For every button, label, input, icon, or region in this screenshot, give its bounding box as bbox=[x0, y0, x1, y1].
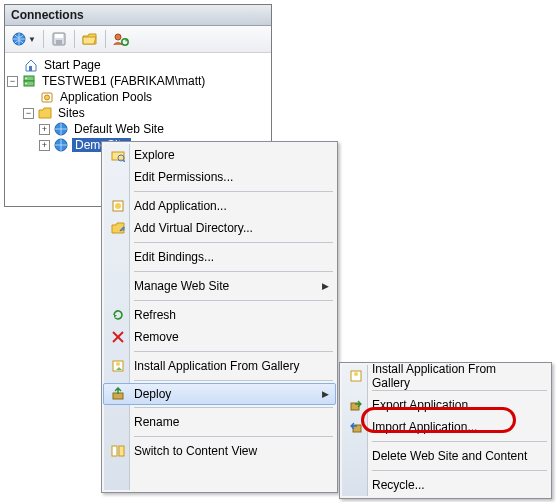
menu-item-deploy[interactable]: Deploy ▶ bbox=[103, 383, 336, 405]
tree-item-default-site[interactable]: + Default Web Site bbox=[7, 121, 269, 137]
tree-item-server[interactable]: − TESTWEB1 (FABRIKAM\matt) bbox=[7, 73, 269, 89]
server-icon bbox=[21, 73, 37, 89]
menu-item-explore[interactable]: Explore bbox=[104, 144, 335, 166]
submenu-arrow-icon: ▶ bbox=[322, 281, 329, 291]
gallery-icon bbox=[110, 358, 126, 374]
tree-item-sites[interactable]: − Sites bbox=[7, 105, 269, 121]
svg-rect-26 bbox=[119, 446, 124, 456]
menu-separator bbox=[134, 300, 333, 301]
svg-point-10 bbox=[25, 83, 27, 85]
menu-separator bbox=[134, 242, 333, 243]
add-app-icon bbox=[110, 198, 126, 214]
submenu-item-install-gallery[interactable]: Install Application From Gallery bbox=[342, 365, 549, 387]
svg-point-9 bbox=[25, 78, 27, 80]
menu-separator bbox=[134, 271, 333, 272]
expander-icon[interactable]: − bbox=[23, 108, 34, 119]
add-vdir-icon bbox=[110, 220, 126, 236]
site-globe-icon bbox=[53, 121, 69, 137]
expander-icon[interactable]: − bbox=[7, 76, 18, 87]
svg-rect-2 bbox=[55, 34, 63, 38]
menu-item-refresh[interactable]: Refresh bbox=[104, 304, 335, 326]
svg-point-12 bbox=[45, 95, 50, 100]
svg-point-28 bbox=[354, 372, 358, 376]
svg-point-4 bbox=[115, 34, 121, 40]
svg-line-17 bbox=[123, 160, 125, 162]
dropdown-arrow-icon: ▼ bbox=[28, 35, 36, 44]
panel-title: Connections bbox=[5, 5, 271, 26]
svg-point-19 bbox=[115, 203, 121, 209]
globe-icon bbox=[12, 32, 26, 46]
menu-item-rename[interactable]: Rename bbox=[104, 411, 335, 433]
menu-item-edit-bindings[interactable]: Edit Bindings... bbox=[104, 246, 335, 268]
submenu-item-recycle[interactable]: Recycle... bbox=[342, 474, 549, 496]
menu-separator bbox=[134, 351, 333, 352]
export-icon bbox=[348, 397, 364, 413]
tree-item-app-pools[interactable]: Application Pools bbox=[7, 89, 269, 105]
menu-separator bbox=[134, 191, 333, 192]
submenu-arrow-icon: ▶ bbox=[322, 389, 329, 399]
svg-rect-3 bbox=[56, 40, 62, 45]
gallery-icon bbox=[348, 368, 364, 384]
toolbar-separator bbox=[43, 30, 44, 48]
user-refresh-icon bbox=[113, 32, 129, 46]
menu-separator bbox=[134, 380, 333, 381]
menu-item-manage-web-site[interactable]: Manage Web Site ▶ bbox=[104, 275, 335, 297]
expander-icon[interactable]: + bbox=[39, 124, 50, 135]
save-button[interactable] bbox=[48, 29, 70, 49]
context-menu: Explore Edit Permissions... Add Applicat… bbox=[101, 141, 338, 493]
save-icon bbox=[52, 32, 66, 46]
switch-view-icon bbox=[110, 443, 126, 459]
submenu-item-delete-site[interactable]: Delete Web Site and Content bbox=[342, 445, 549, 467]
svg-rect-6 bbox=[29, 66, 32, 71]
toolbar: ▼ bbox=[5, 26, 271, 53]
submenu-item-import-app[interactable]: Import Application... bbox=[342, 416, 549, 438]
menu-item-install-gallery[interactable]: Install Application From Gallery bbox=[104, 355, 335, 377]
connect-dropdown[interactable]: ▼ bbox=[9, 29, 39, 49]
toolbar-separator bbox=[74, 30, 75, 48]
expander-icon[interactable]: + bbox=[39, 140, 50, 151]
app-pools-icon bbox=[39, 89, 55, 105]
deploy-submenu: Install Application From Gallery Export … bbox=[339, 362, 552, 499]
open-folder-button[interactable] bbox=[79, 29, 101, 49]
menu-item-switch-view[interactable]: Switch to Content View bbox=[104, 440, 335, 462]
remove-icon bbox=[110, 329, 126, 345]
submenu-item-export-app[interactable]: Export Application... bbox=[342, 394, 549, 416]
svg-point-23 bbox=[116, 362, 120, 366]
menu-separator bbox=[134, 407, 333, 408]
sites-folder-icon bbox=[37, 105, 53, 121]
menu-separator bbox=[372, 390, 547, 391]
explore-icon bbox=[110, 147, 126, 163]
home-icon bbox=[23, 57, 39, 73]
menu-item-add-application[interactable]: Add Application... bbox=[104, 195, 335, 217]
menu-separator bbox=[372, 441, 547, 442]
folder-icon bbox=[82, 32, 98, 46]
menu-item-edit-permissions[interactable]: Edit Permissions... bbox=[104, 166, 335, 188]
menu-item-remove[interactable]: Remove bbox=[104, 326, 335, 348]
deploy-icon bbox=[110, 386, 126, 402]
toolbar-separator bbox=[105, 30, 106, 48]
menu-separator bbox=[372, 470, 547, 471]
site-globe-icon bbox=[53, 137, 69, 153]
menu-separator bbox=[134, 436, 333, 437]
refresh-icon bbox=[110, 307, 126, 323]
svg-rect-25 bbox=[112, 446, 117, 456]
import-icon bbox=[348, 419, 364, 435]
menu-item-add-virtual-dir[interactable]: Add Virtual Directory... bbox=[104, 217, 335, 239]
refresh-users-button[interactable] bbox=[110, 29, 132, 49]
tree-item-start-page[interactable]: Start Page bbox=[7, 57, 269, 73]
svg-point-5 bbox=[122, 39, 128, 45]
